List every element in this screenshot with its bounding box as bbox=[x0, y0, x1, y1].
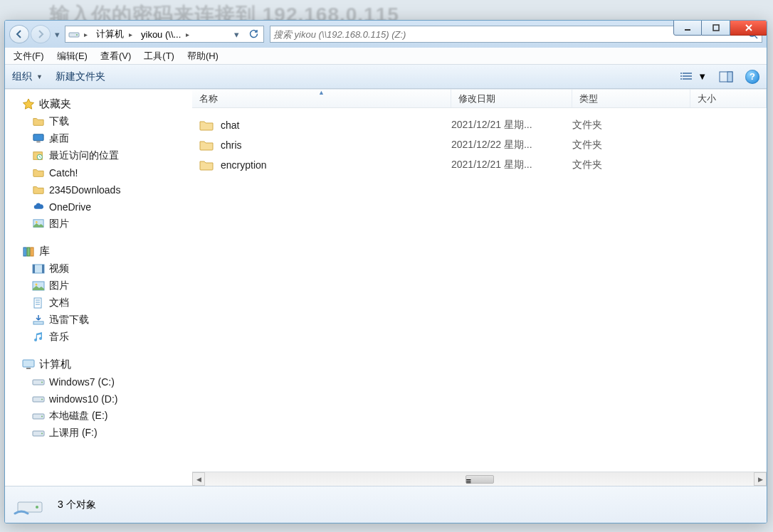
back-button[interactable] bbox=[9, 25, 29, 43]
svg-point-46 bbox=[36, 506, 38, 509]
svg-rect-35 bbox=[23, 360, 34, 367]
window-controls bbox=[673, 20, 767, 36]
address-bar[interactable]: ▸ 计算机▸ yikou (\\...▸ ▾ bbox=[65, 26, 264, 43]
column-type[interactable]: 类型 bbox=[572, 90, 690, 107]
scroll-track[interactable]: ≡ bbox=[205, 472, 754, 486]
sidebar-pictures-fav[interactable]: 图片 bbox=[5, 216, 189, 233]
svg-rect-34 bbox=[33, 321, 43, 324]
status-bar: 3 个对象 bbox=[5, 486, 767, 523]
file-list[interactable]: chat 2021/12/21 星期... 文件夹 chris 2021/12/… bbox=[192, 108, 767, 472]
nav-history-dropdown[interactable]: ▾ bbox=[52, 25, 62, 43]
sidebar-favorites[interactable]: 收藏夹 bbox=[5, 95, 189, 113]
desktop-icon bbox=[32, 132, 45, 145]
cloud-icon bbox=[32, 201, 45, 213]
horizontal-scrollbar[interactable]: ◀ ≡ ▶ bbox=[192, 472, 767, 486]
column-name[interactable]: 名称▲ bbox=[192, 90, 451, 107]
sidebar-computer[interactable]: 计算机 bbox=[5, 356, 189, 373]
folder-icon bbox=[32, 115, 45, 128]
scroll-left-button[interactable]: ◀ bbox=[192, 472, 205, 486]
sidebar-libraries[interactable]: 库 bbox=[5, 243, 189, 260]
recent-icon bbox=[32, 149, 45, 162]
forward-button[interactable] bbox=[31, 25, 51, 43]
svg-rect-36 bbox=[26, 368, 31, 369]
drive-icon bbox=[32, 427, 45, 440]
svg-point-40 bbox=[41, 399, 43, 400]
crumb-drive[interactable]: yikou (\\...▸ bbox=[140, 26, 194, 42]
svg-point-13 bbox=[680, 78, 682, 80]
sidebar-documents[interactable]: 文档 bbox=[5, 294, 189, 312]
folder-icon bbox=[199, 119, 214, 132]
list-item[interactable]: chris 2021/12/22 星期... 文件夹 bbox=[192, 135, 767, 155]
svg-rect-26 bbox=[33, 265, 35, 273]
sidebar-pictures[interactable]: 图片 bbox=[5, 277, 189, 294]
organize-button[interactable]: 组织▼ bbox=[12, 70, 43, 83]
sidebar-drive-d[interactable]: windows10 (D:) bbox=[5, 390, 189, 408]
scroll-thumb[interactable]: ≡ bbox=[466, 475, 494, 484]
sidebar-desktop[interactable]: 桌面 bbox=[5, 130, 189, 147]
menu-view[interactable]: 查看(V) bbox=[95, 48, 137, 64]
menu-file[interactable]: 文件(F) bbox=[8, 48, 50, 64]
content-pane: 名称▲ 修改日期 类型 大小 chat 2021/12/21 星期... 文件夹… bbox=[192, 90, 767, 486]
navigation-pane[interactable]: 收藏夹 下载 桌面 最近访问的位置 Catch! 2345Downloads O… bbox=[5, 90, 189, 486]
svg-point-29 bbox=[36, 284, 38, 286]
svg-rect-27 bbox=[42, 265, 44, 273]
svg-rect-23 bbox=[27, 248, 30, 256]
pictures-icon bbox=[32, 280, 45, 292]
status-text: 3 个对象 bbox=[58, 499, 96, 511]
minimize-button[interactable] bbox=[673, 20, 702, 36]
maximize-button[interactable] bbox=[702, 20, 730, 36]
folder-icon bbox=[199, 139, 214, 151]
explorer-window: ▾ ▸ 计算机▸ yikou (\\...▸ ▾ bbox=[4, 20, 767, 523]
drive-icon bbox=[32, 410, 45, 422]
menu-edit[interactable]: 编辑(E) bbox=[51, 48, 93, 64]
menu-tools[interactable]: 工具(T) bbox=[138, 48, 180, 64]
svg-rect-17 bbox=[36, 142, 40, 143]
svg-line-3 bbox=[754, 36, 757, 38]
list-item[interactable]: chat 2021/12/21 星期... 文件夹 bbox=[192, 115, 767, 135]
computer-icon bbox=[22, 358, 35, 371]
svg-rect-16 bbox=[33, 134, 43, 141]
folder-icon bbox=[199, 159, 214, 171]
sidebar-music[interactable]: 音乐 bbox=[5, 329, 189, 346]
refresh-button[interactable] bbox=[246, 29, 261, 39]
svg-point-38 bbox=[41, 382, 43, 383]
sidebar-recent[interactable]: 最近访问的位置 bbox=[5, 147, 189, 164]
sidebar-drive-c[interactable]: Windows7 (C:) bbox=[5, 373, 189, 390]
new-folder-button[interactable]: 新建文件夹 bbox=[56, 70, 105, 83]
sidebar-downloads[interactable]: 下载 bbox=[5, 113, 189, 130]
crumb-computer[interactable]: 计算机▸ bbox=[95, 26, 137, 42]
search-input[interactable] bbox=[273, 29, 743, 40]
preview-pane-button[interactable] bbox=[718, 69, 734, 85]
sidebar-onedrive[interactable]: OneDrive bbox=[5, 198, 189, 216]
menu-help[interactable]: 帮助(H) bbox=[182, 48, 224, 64]
column-size[interactable]: 大小 bbox=[690, 90, 767, 107]
close-button[interactable] bbox=[730, 20, 767, 36]
svg-point-44 bbox=[41, 433, 43, 435]
sidebar-item-label: 收藏夹 bbox=[39, 97, 71, 111]
sidebar-xunlei[interactable]: 迅雷下载 bbox=[5, 312, 189, 329]
nav-arrows: ▾ bbox=[9, 25, 62, 43]
column-headers: 名称▲ 修改日期 类型 大小 bbox=[192, 90, 767, 108]
scroll-right-button[interactable]: ▶ bbox=[754, 472, 767, 486]
sidebar-2345downloads[interactable]: 2345Downloads bbox=[5, 181, 189, 198]
music-icon bbox=[32, 331, 45, 344]
star-icon bbox=[22, 98, 35, 111]
svg-rect-30 bbox=[34, 298, 41, 308]
svg-point-42 bbox=[41, 416, 43, 417]
sidebar-catch[interactable]: Catch! bbox=[5, 164, 189, 181]
column-date[interactable]: 修改日期 bbox=[451, 90, 572, 107]
folder-icon bbox=[32, 183, 45, 196]
drive-icon bbox=[32, 393, 45, 405]
location-drive-icon bbox=[68, 28, 80, 40]
help-button[interactable]: ? bbox=[745, 70, 759, 84]
list-item[interactable]: encryption 2021/12/21 星期... 文件夹 bbox=[192, 155, 767, 175]
address-dropdown[interactable]: ▾ bbox=[229, 29, 243, 40]
view-mode-button[interactable]: ▼ bbox=[680, 71, 707, 83]
svg-point-1 bbox=[76, 34, 78, 36]
toolbar: 组织▼ 新建文件夹 ▼ ? bbox=[5, 65, 767, 89]
title-bar: ▾ ▸ 计算机▸ yikou (\\...▸ ▾ bbox=[5, 21, 767, 48]
sidebar-drive-e[interactable]: 本地磁盘 (E:) bbox=[5, 408, 189, 425]
svg-point-21 bbox=[36, 221, 38, 223]
sidebar-drive-f[interactable]: 上课用 (F:) bbox=[5, 425, 189, 442]
sidebar-videos[interactable]: 视频 bbox=[5, 260, 189, 277]
